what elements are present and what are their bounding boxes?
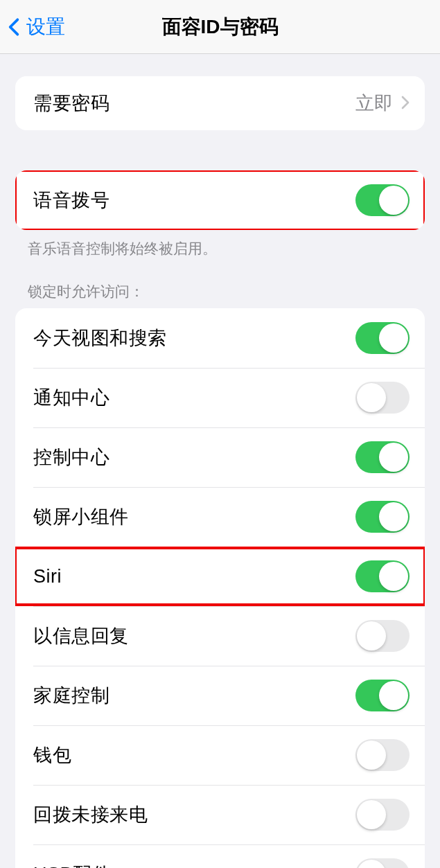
locked-item-label: 回拨未接来电 — [33, 802, 148, 827]
locked-item-label: 家庭控制 — [33, 683, 109, 708]
locked-item-label: 控制中心 — [33, 445, 109, 470]
back-label: 设置 — [26, 14, 65, 40]
require-passcode-row[interactable]: 需要密码 立即 — [15, 76, 425, 130]
locked-item-label: USB配件 — [33, 862, 111, 868]
locked-item-row: Siri — [15, 547, 425, 606]
locked-item-toggle[interactable] — [355, 441, 410, 473]
locked-item-row: 今天视图和搜索 — [15, 308, 425, 368]
locked-item-row: 家庭控制 — [15, 666, 425, 725]
locked-item-label: Siri — [33, 566, 62, 587]
locked-item-row: 以信息回复 — [15, 606, 425, 666]
page-title: 面容ID与密码 — [162, 14, 279, 40]
locked-item-label: 今天视图和搜索 — [33, 326, 167, 351]
passcode-group: 需要密码 立即 — [15, 76, 425, 130]
locked-item-label: 钱包 — [33, 743, 71, 768]
back-button[interactable]: 设置 — [8, 14, 65, 40]
content: 需要密码 立即 语音拨号 音乐语音控制将始终被启用。 锁定时允许访问： 今天视图… — [0, 76, 440, 868]
require-passcode-value: 立即 — [355, 91, 393, 116]
nav-bar: 设置 面容ID与密码 — [0, 0, 440, 54]
voice-dial-label: 语音拨号 — [33, 188, 109, 213]
locked-item-toggle[interactable] — [355, 501, 410, 533]
locked-item-toggle[interactable] — [355, 382, 410, 414]
voice-dial-toggle[interactable] — [355, 184, 410, 216]
locked-item-toggle[interactable] — [355, 858, 410, 868]
chevron-left-icon — [8, 17, 21, 37]
locked-item-row: 锁屏小组件 — [15, 487, 425, 547]
locked-item-toggle[interactable] — [355, 739, 410, 771]
locked-access-group: 今天视图和搜索通知中心控制中心锁屏小组件Siri以信息回复家庭控制钱包回拨未接来… — [15, 308, 425, 868]
locked-item-toggle[interactable] — [355, 560, 410, 592]
locked-item-toggle[interactable] — [355, 799, 410, 831]
locked-item-row: 钱包 — [15, 725, 425, 785]
locked-item-row: 通知中心 — [15, 368, 425, 427]
locked-access-header: 锁定时允许访问： — [0, 282, 440, 308]
locked-item-toggle[interactable] — [355, 680, 410, 711]
locked-item-row: USB配件 — [15, 844, 425, 868]
locked-item-row: 回拨未接来电 — [15, 785, 425, 844]
voice-dial-footer: 音乐语音控制将始终被启用。 — [0, 230, 440, 258]
locked-item-label: 锁屏小组件 — [33, 504, 129, 529]
locked-item-toggle[interactable] — [355, 620, 410, 652]
locked-item-label: 以信息回复 — [33, 623, 129, 648]
require-passcode-label: 需要密码 — [33, 91, 109, 116]
voice-dial-row: 语音拨号 — [15, 170, 425, 230]
voice-dial-group: 语音拨号 — [15, 170, 425, 230]
chevron-right-icon — [401, 96, 410, 111]
locked-item-label: 通知中心 — [33, 385, 109, 410]
locked-item-row: 控制中心 — [15, 427, 425, 487]
locked-item-toggle[interactable] — [355, 322, 410, 354]
